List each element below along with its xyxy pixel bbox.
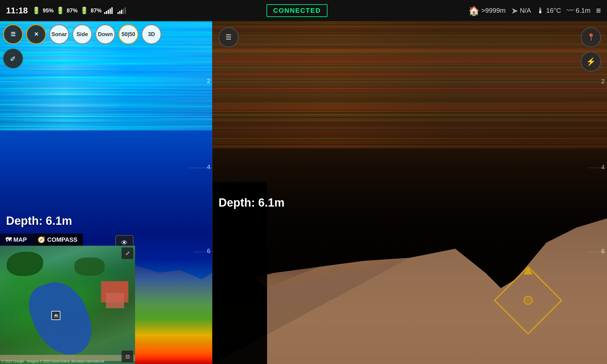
tree-area-2 (74, 258, 105, 276)
right-hamburger-icon: ☰ (226, 33, 232, 41)
map-tab-icon: 🗺 (5, 236, 12, 243)
connected-badge: CONNECTED (266, 4, 327, 17)
battery-pct-3: 87% (91, 8, 102, 14)
3d-label: 3D (148, 31, 155, 38)
map-overlay: 🗺 MAP 🧭 COMPASS 👁 (0, 234, 135, 364)
depth-display-status: 〰 6.1m (567, 6, 591, 15)
depth-label-4: 4 (207, 163, 210, 170)
diamond-center (524, 296, 533, 305)
map-expand-button[interactable]: ⤢ (121, 247, 134, 259)
battery-pct-1: 95% (43, 8, 54, 14)
status-icons: 🔋 95% 🔋 87% 🔋 87% (32, 7, 126, 15)
3d-tab[interactable]: 3D (141, 24, 161, 44)
home-distance: 🏠 >9999m (468, 5, 506, 16)
pin-button[interactable]: 📍 (581, 27, 601, 47)
right-depth-line-2: 2 (212, 82, 607, 82)
down-label: Down (98, 31, 113, 38)
hamburger-icon: ☰ (11, 31, 15, 38)
main-container: 2 4 6 Depth: 6.1m ☰ ✕ Sonar Side (0, 21, 607, 364)
edit-button[interactable]: ✏ (3, 49, 23, 69)
terrain-fill (267, 218, 607, 364)
battery-icon-3: 🔋 (80, 7, 88, 15)
waves-icon: 〰 (567, 6, 574, 15)
right-depth-label-4: 4 (601, 164, 605, 171)
time-display: 11:18 (6, 6, 28, 15)
depth-line-4: 4 (0, 168, 212, 168)
close-icon: ✕ (34, 31, 39, 38)
depth-display-right: Depth: 6.1m (219, 196, 284, 209)
close-button[interactable]: ✕ (26, 24, 46, 44)
status-bar: 11:18 🔋 95% 🔋 87% 🔋 87% (0, 0, 607, 21)
terrain-svg (212, 182, 607, 364)
5050-label: 50|50 (121, 31, 135, 38)
thermometer-icon: 🌡 (537, 6, 544, 15)
bottom-heatmap (134, 234, 212, 364)
battery-pct-2: 87% (67, 8, 78, 14)
depth-label-6: 6 (207, 248, 210, 254)
right-menu-button[interactable]: ☰ (219, 27, 239, 47)
diamond-arrow-up (524, 267, 533, 275)
side-label: Side (76, 31, 88, 38)
sonar-tab[interactable]: Sonar (49, 24, 69, 44)
depth-line-2: 2 (0, 82, 212, 82)
hamburger-menu-icon[interactable]: ≡ (596, 6, 601, 15)
crosshair-diamond (504, 276, 552, 325)
5050-tab[interactable]: 50|50 (118, 24, 138, 44)
flash-icon: ⚡ (586, 57, 596, 66)
left-panel: 2 4 6 Depth: 6.1m ☰ ✕ Sonar Side (0, 21, 212, 364)
lake (22, 274, 100, 364)
left-menu-button[interactable]: ☰ (3, 24, 23, 44)
battery-icon-1: 🔋 (32, 7, 40, 15)
right-terrain (212, 182, 607, 364)
right-depth-line-6: 6 (589, 252, 607, 252)
tree-area-1 (7, 252, 43, 276)
map-image: 🚢 © 2022 Google · Imagery © 2022 GeoCont… (0, 246, 135, 364)
pin-icon: 📍 (587, 33, 595, 41)
right-panel: Depth: 6.1m 2 4 6 ☰ 📍 ⚡ (212, 21, 607, 364)
boat-icon: 🚢 (53, 313, 59, 318)
down-tab[interactable]: Down (95, 24, 115, 44)
status-left: 11:18 🔋 95% 🔋 87% 🔋 87% (6, 6, 126, 15)
expand-icon: ⤢ (125, 250, 130, 257)
side-tab[interactable]: Side (72, 24, 92, 44)
flash-button[interactable]: ⚡ (581, 52, 601, 72)
map-tab[interactable]: 🗺 MAP (0, 234, 32, 246)
status-right: 🏠 >9999m ➤ N/A 🌡 16°C 〰 6.1m ≡ (468, 5, 601, 16)
temperature-display: 🌡 16°C (537, 6, 561, 15)
sonar-label: Sonar (51, 31, 67, 38)
google-credit: © 2022 Google · Imagery © 2022 GeoConten… (2, 359, 104, 363)
home-icon: 🏠 (468, 5, 480, 16)
right-depth-label-6: 6 (601, 248, 605, 255)
edit-icon: ✏ (8, 53, 18, 64)
building-2 (106, 293, 124, 308)
map-tabs: 🗺 MAP 🧭 COMPASS (0, 234, 83, 246)
direction-display: ➤ N/A (511, 6, 531, 16)
top-controls: ☰ ✕ Sonar Side Down 50|50 3D (3, 24, 161, 44)
map-tab-label: MAP (13, 236, 27, 243)
compass-tab-label: COMPASS (47, 236, 77, 243)
compass-tab[interactable]: 🧭 COMPASS (32, 234, 83, 246)
right-scan-lines (212, 21, 607, 149)
battery-icon-2: 🔋 (56, 7, 64, 15)
signal-bars-2 (117, 7, 126, 14)
direction-icon: ➤ (511, 6, 518, 16)
map-minimize-button[interactable]: ⊡ (121, 350, 134, 362)
right-depth-label-2: 2 (601, 78, 605, 85)
compass-tab-icon: 🧭 (38, 236, 45, 243)
minimize-icon: ⊡ (126, 354, 130, 359)
depth-display-left: Depth: 6.1m (6, 214, 72, 228)
depth-label-2: 2 (207, 78, 210, 85)
right-depth-line-4: 4 (589, 168, 607, 168)
boat-marker: 🚢 (51, 311, 60, 320)
signal-bars-1 (104, 7, 113, 14)
